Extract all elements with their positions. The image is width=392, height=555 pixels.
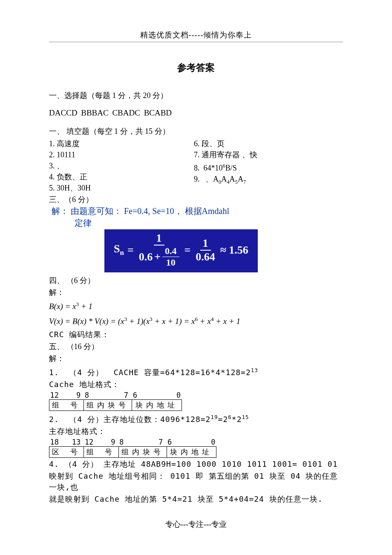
sec5-l4: 主存地址格式： [49,426,343,437]
fill-4: 4. 负数、正 [49,171,194,182]
page-title: 参考答案 [49,61,343,74]
fill-2: 2. 10111 [49,149,194,160]
fill-5: 5. 30H、30H [49,182,194,194]
sec1-head: 一、选择题（每题 1 分，共 20 分） [49,90,343,101]
fill-3: 3. 、 [49,160,194,171]
sec5-jie: 解： [49,353,343,364]
sec4-crc: CRC 编码结果： [49,329,343,340]
sec4-jie: 解： [49,287,343,298]
main-addr-table: 18 13 12 9 8 7 6 0 区 号 组 号 组内块号 块内地址 [49,438,216,458]
page-header: 精选优质文档-----倾情为你奉上 [49,30,343,42]
sec4-head: 四、 （6 分） [49,275,343,286]
sec5-l5: 4. （4 分） 主存地址 48AB9H=100 1000 1010 1011 … [49,459,343,470]
fill-1: 1. 高速度 [49,138,194,149]
sec3-blue-line1: 解： 由题意可知： Fe=0.4, Se=10， 根据Amdahl [49,205,343,217]
fill-7: 7. 通用寄存器 、快 [194,149,343,160]
sec5-l1: 1. （4 分） CACHE 容量=64*128=16*4*128=213 [49,365,343,378]
sec5-l3: 2. （4 分）主存地址位数：4096*128=219=26*215 [49,412,343,425]
fill-9: 9. 、A0A4A5A7 [194,173,343,188]
fill-8: 8. 64*106B/S [194,160,343,173]
sec5-l2: Cache 地址格式： [49,379,343,390]
sec2-columns: 1. 高速度 2. 10111 3. 、 4. 负数、正 5. 30H、30H … [49,138,343,194]
sec4-eq1: B(x) = x3 + 1 [49,298,343,313]
sec4-eq2: V(x) = B(x) * V(x) = (x3 + 1)(x3 + x + 1… [49,313,343,328]
cache-addr-table: 12 9 8 7 6 0 组 号 组内块号 块内地址 [49,391,182,411]
fill-6: 6. 段、页 [194,138,343,149]
sec5-head: 五、 （16 分） [49,341,343,352]
sec3-head: 三、（6 分） [49,194,343,205]
sec3-blue-line2: 定律 [49,217,343,228]
sec5-l7: 就是映射到 Cache 地址的第 5*4=21 块至 5*4+04=24 块的任… [49,494,343,505]
sec2-head: 一、 填空题（每空 1 分，共 15 分） [49,126,343,136]
sec1-answers: DACCD BBBAC CBADC BCABD [49,108,343,118]
page-footer: 专心---专注---专业 [0,519,392,529]
sec5-l6: 映射到 Cache 地址组号相同： 0101 即 第五组的第 01 块至 04 … [49,471,343,493]
amdahl-formula: Sn = 1 0.6+ 0.4 10 = 1 0.64 ≈ 1.56 [104,229,258,272]
